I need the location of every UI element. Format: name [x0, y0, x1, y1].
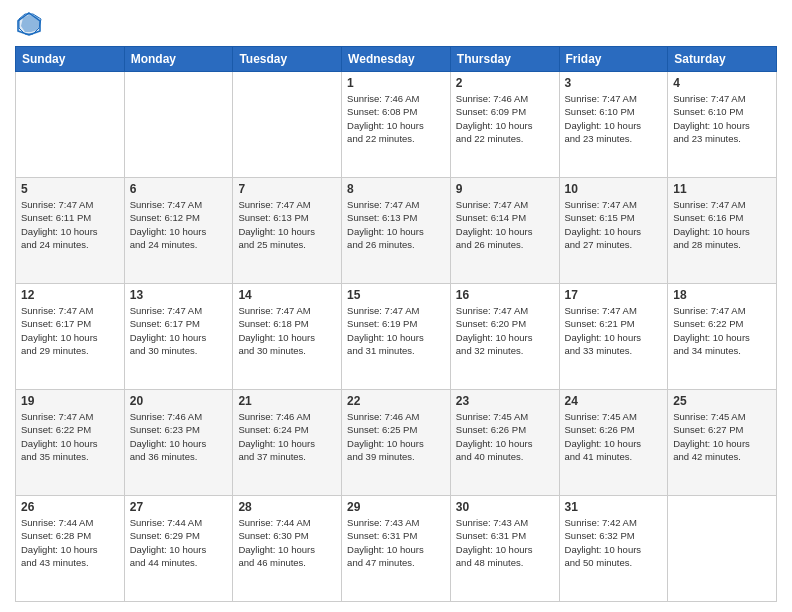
calendar-cell: 23Sunrise: 7:45 AM Sunset: 6:26 PM Dayli…	[450, 390, 559, 496]
calendar-cell: 6Sunrise: 7:47 AM Sunset: 6:12 PM Daylig…	[124, 178, 233, 284]
day-number: 6	[130, 182, 228, 196]
day-number: 27	[130, 500, 228, 514]
day-number: 20	[130, 394, 228, 408]
week-row-1: 1Sunrise: 7:46 AM Sunset: 6:08 PM Daylig…	[16, 72, 777, 178]
calendar-cell	[668, 496, 777, 602]
header	[15, 10, 777, 38]
day-info: Sunrise: 7:46 AM Sunset: 6:09 PM Dayligh…	[456, 92, 554, 145]
day-info: Sunrise: 7:47 AM Sunset: 6:20 PM Dayligh…	[456, 304, 554, 357]
calendar-cell: 8Sunrise: 7:47 AM Sunset: 6:13 PM Daylig…	[342, 178, 451, 284]
day-header-tuesday: Tuesday	[233, 47, 342, 72]
day-header-saturday: Saturday	[668, 47, 777, 72]
calendar-cell: 28Sunrise: 7:44 AM Sunset: 6:30 PM Dayli…	[233, 496, 342, 602]
day-info: Sunrise: 7:45 AM Sunset: 6:27 PM Dayligh…	[673, 410, 771, 463]
day-info: Sunrise: 7:47 AM Sunset: 6:13 PM Dayligh…	[238, 198, 336, 251]
calendar-cell: 14Sunrise: 7:47 AM Sunset: 6:18 PM Dayli…	[233, 284, 342, 390]
calendar-cell: 12Sunrise: 7:47 AM Sunset: 6:17 PM Dayli…	[16, 284, 125, 390]
day-info: Sunrise: 7:45 AM Sunset: 6:26 PM Dayligh…	[565, 410, 663, 463]
day-info: Sunrise: 7:47 AM Sunset: 6:16 PM Dayligh…	[673, 198, 771, 251]
page: SundayMondayTuesdayWednesdayThursdayFrid…	[0, 0, 792, 612]
week-row-5: 26Sunrise: 7:44 AM Sunset: 6:28 PM Dayli…	[16, 496, 777, 602]
day-info: Sunrise: 7:44 AM Sunset: 6:30 PM Dayligh…	[238, 516, 336, 569]
calendar-cell: 4Sunrise: 7:47 AM Sunset: 6:10 PM Daylig…	[668, 72, 777, 178]
calendar-cell	[233, 72, 342, 178]
calendar-cell: 22Sunrise: 7:46 AM Sunset: 6:25 PM Dayli…	[342, 390, 451, 496]
day-info: Sunrise: 7:46 AM Sunset: 6:23 PM Dayligh…	[130, 410, 228, 463]
week-row-2: 5Sunrise: 7:47 AM Sunset: 6:11 PM Daylig…	[16, 178, 777, 284]
calendar-cell: 16Sunrise: 7:47 AM Sunset: 6:20 PM Dayli…	[450, 284, 559, 390]
day-info: Sunrise: 7:45 AM Sunset: 6:26 PM Dayligh…	[456, 410, 554, 463]
day-info: Sunrise: 7:47 AM Sunset: 6:14 PM Dayligh…	[456, 198, 554, 251]
day-number: 11	[673, 182, 771, 196]
logo-icon	[15, 10, 43, 38]
day-info: Sunrise: 7:43 AM Sunset: 6:31 PM Dayligh…	[456, 516, 554, 569]
day-number: 7	[238, 182, 336, 196]
day-number: 15	[347, 288, 445, 302]
day-info: Sunrise: 7:47 AM Sunset: 6:18 PM Dayligh…	[238, 304, 336, 357]
day-number: 29	[347, 500, 445, 514]
day-info: Sunrise: 7:47 AM Sunset: 6:19 PM Dayligh…	[347, 304, 445, 357]
day-info: Sunrise: 7:47 AM Sunset: 6:13 PM Dayligh…	[347, 198, 445, 251]
day-number: 17	[565, 288, 663, 302]
day-info: Sunrise: 7:46 AM Sunset: 6:24 PM Dayligh…	[238, 410, 336, 463]
day-number: 31	[565, 500, 663, 514]
day-number: 3	[565, 76, 663, 90]
day-info: Sunrise: 7:47 AM Sunset: 6:10 PM Dayligh…	[565, 92, 663, 145]
day-info: Sunrise: 7:47 AM Sunset: 6:10 PM Dayligh…	[673, 92, 771, 145]
day-info: Sunrise: 7:47 AM Sunset: 6:22 PM Dayligh…	[21, 410, 119, 463]
day-header-sunday: Sunday	[16, 47, 125, 72]
calendar-cell: 31Sunrise: 7:42 AM Sunset: 6:32 PM Dayli…	[559, 496, 668, 602]
calendar-cell: 1Sunrise: 7:46 AM Sunset: 6:08 PM Daylig…	[342, 72, 451, 178]
day-info: Sunrise: 7:47 AM Sunset: 6:17 PM Dayligh…	[21, 304, 119, 357]
calendar-cell: 19Sunrise: 7:47 AM Sunset: 6:22 PM Dayli…	[16, 390, 125, 496]
day-info: Sunrise: 7:43 AM Sunset: 6:31 PM Dayligh…	[347, 516, 445, 569]
calendar-table: SundayMondayTuesdayWednesdayThursdayFrid…	[15, 46, 777, 602]
day-number: 25	[673, 394, 771, 408]
calendar-cell: 29Sunrise: 7:43 AM Sunset: 6:31 PM Dayli…	[342, 496, 451, 602]
calendar-cell: 30Sunrise: 7:43 AM Sunset: 6:31 PM Dayli…	[450, 496, 559, 602]
day-header-wednesday: Wednesday	[342, 47, 451, 72]
calendar-cell: 21Sunrise: 7:46 AM Sunset: 6:24 PM Dayli…	[233, 390, 342, 496]
day-info: Sunrise: 7:44 AM Sunset: 6:28 PM Dayligh…	[21, 516, 119, 569]
day-info: Sunrise: 7:46 AM Sunset: 6:25 PM Dayligh…	[347, 410, 445, 463]
day-info: Sunrise: 7:47 AM Sunset: 6:21 PM Dayligh…	[565, 304, 663, 357]
day-header-monday: Monday	[124, 47, 233, 72]
day-number: 5	[21, 182, 119, 196]
day-number: 1	[347, 76, 445, 90]
day-number: 2	[456, 76, 554, 90]
calendar-cell: 11Sunrise: 7:47 AM Sunset: 6:16 PM Dayli…	[668, 178, 777, 284]
day-info: Sunrise: 7:46 AM Sunset: 6:08 PM Dayligh…	[347, 92, 445, 145]
calendar-cell	[16, 72, 125, 178]
calendar-cell: 26Sunrise: 7:44 AM Sunset: 6:28 PM Dayli…	[16, 496, 125, 602]
calendar-cell: 13Sunrise: 7:47 AM Sunset: 6:17 PM Dayli…	[124, 284, 233, 390]
day-info: Sunrise: 7:47 AM Sunset: 6:12 PM Dayligh…	[130, 198, 228, 251]
calendar-cell: 27Sunrise: 7:44 AM Sunset: 6:29 PM Dayli…	[124, 496, 233, 602]
header-row: SundayMondayTuesdayWednesdayThursdayFrid…	[16, 47, 777, 72]
day-number: 22	[347, 394, 445, 408]
day-number: 24	[565, 394, 663, 408]
day-number: 12	[21, 288, 119, 302]
day-info: Sunrise: 7:47 AM Sunset: 6:22 PM Dayligh…	[673, 304, 771, 357]
logo	[15, 10, 47, 38]
day-number: 19	[21, 394, 119, 408]
day-number: 16	[456, 288, 554, 302]
week-row-4: 19Sunrise: 7:47 AM Sunset: 6:22 PM Dayli…	[16, 390, 777, 496]
day-info: Sunrise: 7:47 AM Sunset: 6:15 PM Dayligh…	[565, 198, 663, 251]
day-info: Sunrise: 7:42 AM Sunset: 6:32 PM Dayligh…	[565, 516, 663, 569]
day-number: 30	[456, 500, 554, 514]
day-number: 23	[456, 394, 554, 408]
calendar-cell: 7Sunrise: 7:47 AM Sunset: 6:13 PM Daylig…	[233, 178, 342, 284]
calendar-cell: 17Sunrise: 7:47 AM Sunset: 6:21 PM Dayli…	[559, 284, 668, 390]
calendar-cell	[124, 72, 233, 178]
day-number: 21	[238, 394, 336, 408]
calendar-cell: 15Sunrise: 7:47 AM Sunset: 6:19 PM Dayli…	[342, 284, 451, 390]
day-number: 28	[238, 500, 336, 514]
calendar-cell: 5Sunrise: 7:47 AM Sunset: 6:11 PM Daylig…	[16, 178, 125, 284]
day-number: 18	[673, 288, 771, 302]
day-header-thursday: Thursday	[450, 47, 559, 72]
day-number: 9	[456, 182, 554, 196]
day-header-friday: Friday	[559, 47, 668, 72]
calendar-cell: 20Sunrise: 7:46 AM Sunset: 6:23 PM Dayli…	[124, 390, 233, 496]
calendar-cell: 3Sunrise: 7:47 AM Sunset: 6:10 PM Daylig…	[559, 72, 668, 178]
day-info: Sunrise: 7:44 AM Sunset: 6:29 PM Dayligh…	[130, 516, 228, 569]
